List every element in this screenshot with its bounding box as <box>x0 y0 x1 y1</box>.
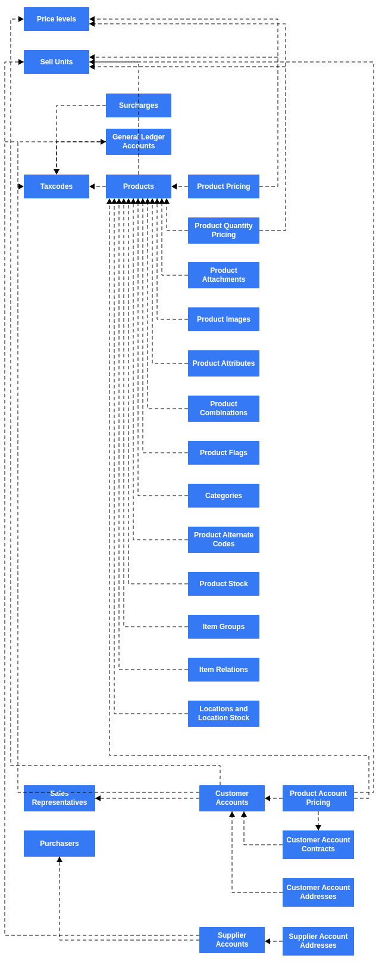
node-sales-reps: Sales Representatives <box>24 785 95 811</box>
node-taxcodes: Taxcodes <box>24 175 89 198</box>
node-product-account-pricing: Product Account Pricing <box>283 785 354 811</box>
node-gl-accounts: General Ledger Accounts <box>106 129 171 155</box>
node-supplier-addresses: Supplier Account Addresses <box>283 927 354 956</box>
node-product-attachments: Product Attachments <box>188 262 259 288</box>
node-customer-contracts: Customer Account Contracts <box>283 830 354 859</box>
node-categories: Categories <box>188 484 259 508</box>
node-product-stock: Product Stock <box>188 572 259 596</box>
node-locations-stock: Locations and Location Stock <box>188 701 259 727</box>
node-customer-addresses: Customer Account Addresses <box>283 878 354 907</box>
node-price-levels: Price levels <box>24 7 89 31</box>
node-product-qty-pricing: Product Quantity Pricing <box>188 217 259 244</box>
node-sell-units: Sell Units <box>24 50 89 74</box>
node-product-pricing: Product Pricing <box>188 175 259 198</box>
node-product-alt-codes: Product Alternate Codes <box>188 527 259 553</box>
node-products: Products <box>106 175 171 198</box>
node-purchasers: Purchasers <box>24 830 95 857</box>
node-product-flags: Product Flags <box>188 441 259 465</box>
node-supplier-accounts: Supplier Accounts <box>199 927 265 953</box>
node-surcharges: Surcharges <box>106 94 171 117</box>
node-item-relations: Item Relations <box>188 658 259 682</box>
node-product-images: Product Images <box>188 307 259 331</box>
node-product-combinations: Product Combinations <box>188 396 259 422</box>
node-customer-accounts: Customer Accounts <box>199 785 265 811</box>
node-item-groups: Item Groups <box>188 615 259 639</box>
node-product-attributes: Product Attributes <box>188 350 259 377</box>
